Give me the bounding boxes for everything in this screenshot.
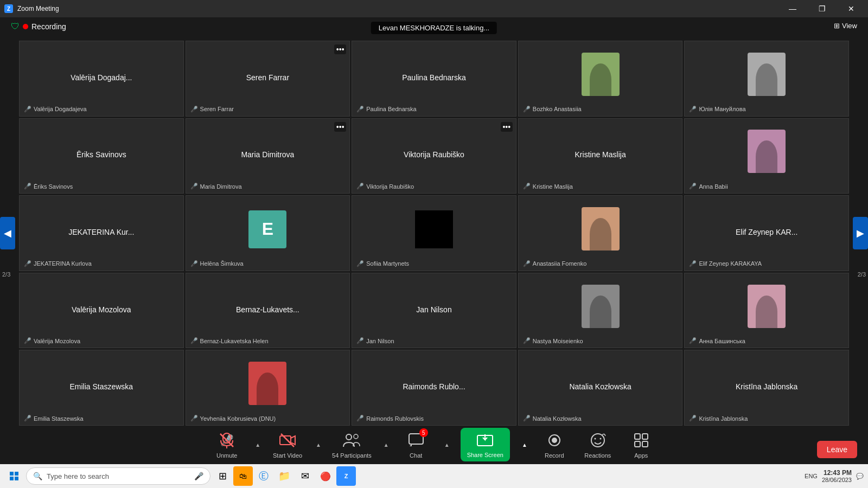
start-button[interactable]: [4, 466, 24, 486]
video-cell[interactable]: E🎤Helēna Šimkuva: [186, 195, 350, 271]
video-cell[interactable]: Ēriks Savinovs🎤Ēriks Savinovs: [19, 118, 184, 194]
page-indicator-left: 2/3: [2, 271, 10, 278]
video-cell[interactable]: 🎤Yevheniia Kobrusieva (DNU): [186, 350, 350, 426]
video-cell[interactable]: Maria Dimitrova🎤Maria Dimitrova•••: [186, 118, 350, 194]
unmute-caret[interactable]: ▲: [255, 442, 260, 448]
chat-button[interactable]: 5 Chat: [400, 431, 432, 459]
mute-icon: 🎤: [24, 106, 31, 113]
svg-rect-19: [642, 441, 648, 447]
mute-icon: 🎤: [689, 183, 697, 190]
video-cell[interactable]: JEKATERINA Kur...🎤JEKATERINA Kurlova: [19, 195, 184, 271]
video-cell[interactable]: Seren Farrar🎤Seren Farrar•••: [186, 41, 350, 117]
unmute-icon: 🎤: [217, 431, 237, 450]
participant-name-display: Raimonds Rublo...: [403, 383, 465, 391]
video-cell[interactable]: Jan Nilson🎤Jan Nilson: [352, 273, 516, 349]
svg-rect-17: [642, 434, 648, 439]
video-cell[interactable]: Emilia Staszewska🎤Emilia Staszewska: [19, 350, 184, 426]
mute-icon: 🎤: [689, 415, 697, 422]
participant-name-display: Bernaz-Lukavets...: [236, 305, 299, 314]
participant-name-label: 🎤Ēriks Savinovs: [24, 183, 73, 190]
taskbar-app-windows[interactable]: ⊞: [213, 466, 232, 486]
video-cell[interactable]: Natalia Kozłowska🎤Natalia Kozłowska: [518, 350, 683, 426]
participant-name-display: Valērija Mozolova: [72, 305, 131, 314]
participant-name-label: 🎤Valērija Dogadajeva: [24, 106, 87, 113]
more-options-button[interactable]: •••: [334, 44, 346, 54]
video-cell[interactable]: Bernaz-Lukavets...🎤Bernaz-Lukavetska Hel…: [186, 273, 350, 349]
video-cell[interactable]: Valērija Dogadaj...🎤Valērija Dogadajeva: [19, 41, 184, 117]
taskbar-app-folder[interactable]: 📁: [275, 466, 294, 486]
taskbar-app-ie[interactable]: Ⓔ: [254, 466, 273, 486]
unmute-button[interactable]: 🎤 Unmute: [210, 431, 243, 459]
apps-icon: [631, 431, 651, 450]
participant-name-display: Natalia Kozłowska: [569, 383, 631, 391]
participant-name-display: Ēriks Savinovs: [76, 151, 126, 159]
taskbar-app-chrome[interactable]: 🔴: [316, 466, 335, 486]
record-label: Record: [545, 452, 564, 459]
video-cell[interactable]: 🎤Anastasiia Fomenko: [518, 195, 683, 271]
title-bar-title: Zoom Meeting: [17, 5, 59, 12]
video-caret[interactable]: ▲: [316, 442, 321, 448]
next-page-button[interactable]: ▶: [853, 217, 868, 249]
mute-icon: 🎤: [190, 415, 198, 422]
leave-button[interactable]: Leave: [817, 441, 857, 458]
video-cell[interactable]: Kristīna Jablonska🎤Kristīna Jablonska: [684, 350, 849, 426]
reactions-button[interactable]: Reactions: [582, 431, 614, 459]
video-cell[interactable]: 🎤Anna Babii: [684, 118, 849, 194]
participant-name-label: 🎤Anastasiia Fomenko: [523, 260, 587, 267]
video-cell[interactable]: Elif Zeynep KAR...🎤Elif Zeynep KARAKAYA: [684, 195, 849, 271]
close-button[interactable]: ✕: [839, 0, 864, 17]
video-cell[interactable]: Valērija Mozolova🎤Valērija Mozolova: [19, 273, 184, 349]
taskbar-app-mail[interactable]: ✉: [295, 466, 315, 486]
maximize-button[interactable]: ❐: [809, 0, 834, 17]
video-cell[interactable]: 🎤Nastya Moiseienko: [518, 273, 683, 349]
mute-icon: 🎤: [523, 415, 531, 422]
video-icon: [278, 431, 297, 450]
mute-icon: 🎤: [689, 260, 697, 267]
participant-name-label: 🎤Bozhko Anastasiia: [523, 106, 582, 113]
svg-point-12: [552, 438, 557, 443]
start-video-button[interactable]: Start Video: [271, 431, 304, 459]
more-options-button[interactable]: •••: [501, 122, 513, 132]
mute-icon: 🎤: [190, 337, 198, 344]
video-cell[interactable]: Raimonds Rublo...🎤Raimonds Rublovskis: [352, 350, 516, 426]
share-screen-caret[interactable]: ▲: [522, 442, 527, 448]
recording-label: Recording: [31, 22, 66, 31]
mute-icon: 🎤: [24, 415, 31, 422]
notification-icon: 💬: [856, 473, 864, 480]
participant-name-display: Paulina Bednarska: [402, 73, 466, 82]
participant-name-label: 🎤Анна Башинська: [689, 337, 745, 344]
participant-name-label: 🎤Bernaz-Lukavetska Helen: [190, 337, 269, 344]
taskbar-app-store[interactable]: 🛍: [233, 466, 253, 486]
participant-name-display: Maria Dimitrova: [241, 151, 294, 159]
more-options-button[interactable]: •••: [334, 122, 346, 132]
video-cell[interactable]: 🎤Юлія Мануйлова: [684, 41, 849, 117]
shield-icon: 🛡: [11, 22, 20, 31]
video-cell[interactable]: 🎤Bozhko Anastasiia: [518, 41, 683, 117]
share-screen-button[interactable]: Share Screen: [461, 428, 510, 461]
participants-caret[interactable]: ▲: [384, 442, 389, 448]
prev-page-button[interactable]: ◀: [0, 217, 15, 249]
svg-point-13: [591, 434, 604, 447]
video-cell[interactable]: Viktorija Raubiško🎤Viktorija Raubiško•••: [352, 118, 516, 194]
mute-icon: 🎤: [523, 337, 531, 344]
mute-icon: 🎤: [356, 415, 364, 422]
apps-button[interactable]: Apps: [625, 431, 658, 459]
video-cell[interactable]: 🎤Анна Башинська: [684, 273, 849, 349]
participant-name-label: 🎤Jan Nilson: [356, 337, 394, 344]
participant-name-label: 🎤Anna Babii: [689, 183, 727, 190]
minimize-button[interactable]: —: [780, 0, 805, 17]
chat-caret[interactable]: ▲: [444, 442, 450, 448]
video-cell[interactable]: 🎤Sofiia Martynets: [352, 195, 516, 271]
participant-name-label: 🎤Yevheniia Kobrusieva (DNU): [190, 415, 276, 422]
taskbar-app-zoom[interactable]: Z: [336, 466, 356, 486]
taskbar-apps: ⊞ 🛍 Ⓔ 📁 ✉ 🔴 Z: [213, 466, 356, 486]
participants-button[interactable]: 54 Participants: [332, 431, 372, 459]
video-cell[interactable]: Kristine Maslija🎤Kristine Maslija: [518, 118, 683, 194]
record-button[interactable]: Record: [538, 431, 571, 459]
participant-name-label: 🎤Valērija Mozolova: [24, 337, 80, 344]
participant-name-label: 🎤Nastya Moiseienko: [523, 337, 583, 344]
zoom-icon: Z: [4, 4, 13, 13]
taskbar-search[interactable]: 🔍 Type here to search 🎤: [26, 467, 210, 485]
view-button[interactable]: ⊞ View: [834, 22, 857, 30]
video-cell[interactable]: Paulina Bednarska🎤Paulina Bednarska: [352, 41, 516, 117]
